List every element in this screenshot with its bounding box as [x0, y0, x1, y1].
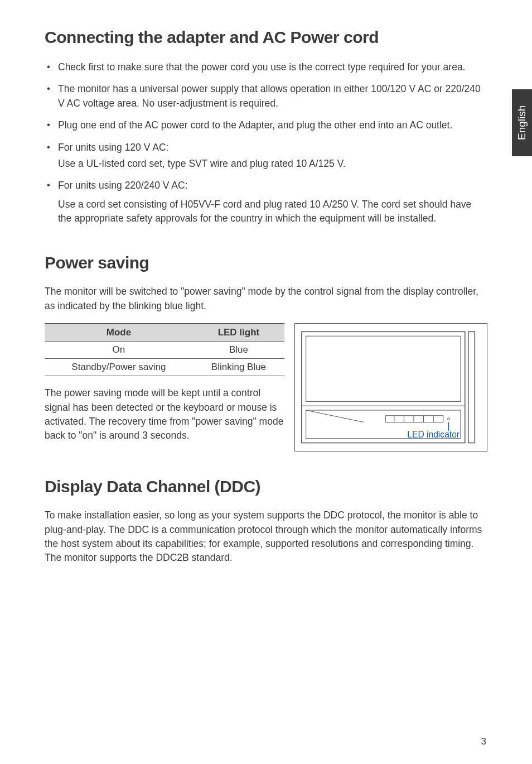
bullet-item: Plug one end of the AC power cord to the…: [45, 118, 487, 132]
svg-rect-2: [306, 336, 461, 401]
table-cell: Blinking Blue: [193, 359, 284, 376]
svg-line-13: [306, 410, 364, 422]
bullet-subtext: Use a cord set consisting of H05VV-F cor…: [58, 198, 487, 226]
table-row: On Blue: [45, 342, 284, 359]
bullet-item: For units using 220/240 V AC: Use a cord…: [45, 179, 487, 225]
monitor-svg: LED indicator: [298, 327, 483, 448]
svg-point-11: [448, 418, 450, 420]
heading-connecting: Connecting the adapter and AC Power cord: [45, 28, 487, 47]
table-header-mode: Mode: [45, 324, 193, 342]
bullet-text: For units using 220/240 V AC:: [58, 180, 188, 191]
bullet-item: Check first to make sure that the power …: [45, 60, 487, 74]
bullet-item: For units using 120 V AC: Use a UL-liste…: [45, 141, 487, 171]
svg-rect-1: [468, 332, 475, 443]
svg-rect-0: [302, 332, 465, 443]
mode-led-table: Mode LED light On Blue Standby/Power sav…: [45, 323, 284, 376]
ddc-body: To make installation easier, so long as …: [45, 508, 487, 565]
led-indicator-label: LED indicator: [407, 430, 460, 439]
bullet-item: The monitor has a universal power supply…: [45, 82, 487, 110]
table-cell: Standby/Power saving: [45, 359, 193, 376]
table-row: Standby/Power saving Blinking Blue: [45, 359, 284, 376]
page-number: 3: [481, 736, 486, 747]
table-header-led: LED light: [193, 324, 284, 342]
language-tab: English: [512, 89, 532, 156]
heading-power-saving: Power saving: [45, 253, 487, 272]
monitor-diagram: LED indicator: [294, 323, 487, 451]
bullet-list-connecting: Check first to make sure that the power …: [45, 60, 487, 225]
table-cell: On: [45, 342, 193, 359]
bullet-subtext: Use a UL-listed cord set, type SVT wire …: [58, 157, 487, 171]
bullet-text: For units using 120 V AC:: [58, 142, 168, 153]
power-saving-intro: The monitor will be switched to "power s…: [45, 285, 487, 313]
power-saving-after: The power saving mode will be kept until…: [45, 386, 284, 443]
heading-ddc: Display Data Channel (DDC): [45, 477, 487, 496]
table-cell: Blue: [193, 342, 284, 359]
